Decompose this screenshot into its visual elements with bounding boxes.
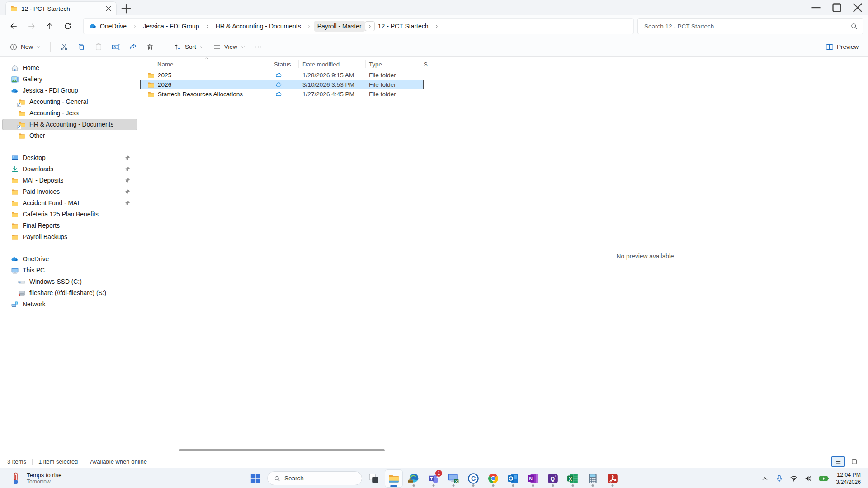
start-button[interactable]: [246, 469, 264, 488]
weather-widget[interactable]: Temps to rise Tomorrow: [6, 468, 64, 488]
microphone-button[interactable]: [773, 471, 786, 486]
stacked-apps-taskbar-button[interactable]: [365, 469, 383, 488]
file-name-label: 2025: [158, 72, 171, 79]
taskbar-search[interactable]: Search: [267, 471, 362, 485]
refresh-button[interactable]: [59, 18, 77, 34]
more-button[interactable]: [250, 39, 266, 55]
battery-charging-button[interactable]: [816, 471, 832, 486]
preview-toggle-button[interactable]: Preview: [821, 39, 863, 55]
column-header-name[interactable]: Name: [157, 61, 173, 68]
share-button[interactable]: [125, 39, 141, 55]
sidebar-item[interactable]: Network: [2, 299, 137, 310]
sidebar-item[interactable]: Other: [2, 130, 137, 141]
back-button[interactable]: [5, 18, 23, 34]
edge-taskbar-button[interactable]: [405, 469, 423, 488]
sidebar-item[interactable]: Gallery: [2, 74, 137, 85]
c-app-taskbar-button[interactable]: C: [464, 469, 482, 488]
volume-button[interactable]: [802, 471, 815, 486]
hidden-icons-chevron-button[interactable]: [758, 471, 772, 486]
new-button[interactable]: New: [5, 39, 45, 55]
sort-ascending-indicator[interactable]: [204, 56, 209, 61]
explorer-tab[interactable]: 12 - PCT Startech: [5, 1, 117, 15]
details-view-button[interactable]: [831, 456, 845, 467]
horizontal-scrollbar[interactable]: [140, 449, 424, 452]
chevron-right-icon[interactable]: [304, 21, 314, 31]
chevron-right-icon[interactable]: [365, 21, 375, 31]
paste-button[interactable]: [90, 39, 107, 55]
type-cell: File folder: [369, 81, 396, 88]
forward-button[interactable]: [23, 18, 41, 34]
sidebar-item[interactable]: fileshare (\\fdi-fileshare) (S:): [2, 287, 137, 299]
delete-button[interactable]: [142, 39, 158, 55]
large-icons-view-button[interactable]: [847, 456, 861, 467]
calculator-taskbar-button[interactable]: [584, 469, 602, 488]
availability-status: Available when online: [90, 458, 147, 465]
sidebar-item[interactable]: HR & Accounting - Documents: [2, 119, 137, 130]
column-header-size[interactable]: Size: [424, 61, 428, 68]
close-button[interactable]: [847, 0, 868, 15]
sidebar-item-label: fileshare (\\fdi-fileshare) (S:): [29, 290, 106, 296]
sidebar-item[interactable]: Downloads: [2, 164, 137, 175]
sidebar-item-label: Paid Invoices: [23, 188, 60, 195]
sidebar-item[interactable]: Final Reports: [2, 220, 137, 231]
chevron-down-icon: [199, 45, 204, 49]
copy-button[interactable]: [73, 39, 90, 55]
breadcrumb-item[interactable]: OneDrive: [86, 21, 130, 32]
sidebar-item[interactable]: Accounting - General: [2, 96, 137, 108]
sidebar-item[interactable]: Paid Invoices: [2, 186, 137, 197]
sidebar-item[interactable]: Accident Fund - MAI: [2, 197, 137, 209]
quick-assist-taskbar-button[interactable]: Q: [544, 469, 562, 488]
sidebar-item[interactable]: Payroll Backups: [2, 231, 137, 243]
chevron-right-icon[interactable]: [130, 21, 140, 31]
taskbar-clock[interactable]: 12:04 PM 3/24/2026: [833, 471, 864, 486]
sidebar-item[interactable]: Desktop: [2, 152, 137, 164]
breadcrumb-item[interactable]: Jessica - FDI Group: [140, 21, 202, 32]
minimize-button[interactable]: [806, 0, 826, 15]
up-button[interactable]: [41, 18, 59, 34]
cut-button[interactable]: [56, 39, 72, 55]
column-header-type[interactable]: Type: [369, 61, 382, 68]
back-icon: [9, 22, 18, 30]
breadcrumb-item[interactable]: Payroll - Master: [314, 21, 365, 32]
breadcrumb-item[interactable]: HR & Accounting - Documents: [212, 21, 304, 32]
sidebar-item[interactable]: Accounting - Jess: [2, 108, 137, 119]
rename-button[interactable]: A: [108, 39, 124, 55]
onedrive-icon: [11, 87, 19, 94]
tab-close-icon[interactable]: [104, 4, 113, 14]
breadcrumb-item[interactable]: 12 - PCT Startech: [375, 21, 432, 32]
scrollbar-thumb[interactable]: [179, 449, 385, 451]
outlook-taskbar-button[interactable]: [504, 469, 522, 488]
file-row[interactable]: Startech Resources Allocations1/27/2026 …: [140, 89, 424, 99]
sidebar-item[interactable]: This PC: [2, 265, 137, 276]
wifi-button[interactable]: [787, 471, 801, 486]
column-header-status[interactable]: Status: [274, 61, 291, 68]
column-header-date-modified[interactable]: Date modified: [302, 61, 340, 68]
maximize-button[interactable]: [826, 0, 847, 15]
sidebar-item[interactable]: Windows-SSD (C:): [2, 276, 137, 287]
sidebar-item[interactable]: Cafeteria 125 Plan Benefits: [2, 209, 137, 220]
file-row[interactable]: 20251/28/2026 9:15 AMFile folder: [140, 70, 424, 80]
sidebar-item[interactable]: MAI - Deposits: [2, 175, 137, 186]
chrome-icon: [487, 473, 499, 484]
view-button[interactable]: View: [209, 39, 249, 55]
sidebar-item[interactable]: Jessica - FDI Group: [2, 85, 137, 96]
excel-taskbar-button[interactable]: X: [564, 469, 582, 488]
file-row[interactable]: 20263/10/2026 3:53 PMFile folder: [140, 80, 424, 89]
sidebar-item[interactable]: Home: [2, 62, 137, 74]
folder-icon: [11, 234, 19, 241]
search-box[interactable]: Search 12 - PCT Startech: [637, 18, 863, 34]
chevron-right-icon[interactable]: [432, 21, 442, 31]
file-explorer-taskbar-button[interactable]: [385, 469, 403, 488]
svg-text:A: A: [114, 45, 116, 48]
sidebar-item[interactable]: OneDrive: [2, 253, 137, 265]
onenote-taskbar-button[interactable]: N: [524, 469, 542, 488]
chevron-right-icon[interactable]: [203, 21, 212, 31]
teams-taskbar-button[interactable]: T1: [425, 469, 443, 488]
search-icon[interactable]: [850, 23, 858, 30]
remote-desktop-taskbar-button[interactable]: X: [444, 469, 462, 488]
acrobat-taskbar-button[interactable]: [604, 469, 622, 488]
sidebar-item-label: Network: [23, 301, 46, 308]
chrome-taskbar-button[interactable]: [484, 469, 502, 488]
new-tab-button[interactable]: [119, 2, 133, 15]
sort-button[interactable]: Sort: [170, 39, 208, 55]
